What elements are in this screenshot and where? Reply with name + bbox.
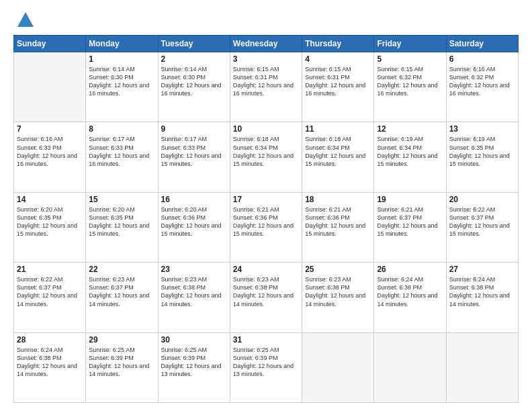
day-number: 18 <box>305 195 371 204</box>
calendar-cell <box>14 52 86 122</box>
day-number: 27 <box>449 265 515 274</box>
calendar-cell: 12Sunrise: 6:19 AMSunset: 6:34 PMDayligh… <box>374 122 446 192</box>
day-header-thursday: Thursday <box>302 36 374 52</box>
day-info: Sunrise: 6:14 AMSunset: 6:30 PMDaylight:… <box>161 65 227 98</box>
calendar-cell: 31Sunrise: 6:25 AMSunset: 6:39 PMDayligh… <box>230 332 302 402</box>
calendar-cell: 2Sunrise: 6:14 AMSunset: 6:30 PMDaylight… <box>158 52 230 122</box>
day-header-saturday: Saturday <box>446 36 518 52</box>
calendar-cell: 9Sunrise: 6:17 AMSunset: 6:33 PMDaylight… <box>158 122 230 192</box>
day-number: 19 <box>377 195 443 204</box>
day-info: Sunrise: 6:20 AMSunset: 6:35 PMDaylight:… <box>89 205 154 238</box>
calendar-cell: 16Sunrise: 6:20 AMSunset: 6:36 PMDayligh… <box>158 192 230 262</box>
day-number: 11 <box>305 124 371 134</box>
calendar-cell: 28Sunrise: 6:24 AMSunset: 6:38 PMDayligh… <box>14 332 86 402</box>
day-number: 24 <box>233 265 299 274</box>
day-info: Sunrise: 6:16 AMSunset: 6:33 PMDaylight:… <box>17 135 83 168</box>
day-number: 28 <box>17 335 83 345</box>
day-number: 7 <box>17 124 83 134</box>
day-number: 29 <box>89 335 154 345</box>
day-number: 21 <box>17 265 83 274</box>
calendar-cell: 25Sunrise: 6:23 AMSunset: 6:38 PMDayligh… <box>302 263 374 332</box>
day-number: 23 <box>161 265 227 274</box>
day-info: Sunrise: 6:20 AMSunset: 6:35 PMDaylight:… <box>17 205 83 238</box>
day-number: 9 <box>161 124 227 134</box>
calendar-cell: 15Sunrise: 6:20 AMSunset: 6:35 PMDayligh… <box>86 192 158 262</box>
day-info: Sunrise: 6:15 AMSunset: 6:31 PMDaylight:… <box>305 65 371 98</box>
calendar-cell <box>446 332 518 402</box>
day-info: Sunrise: 6:22 AMSunset: 6:37 PMDaylight:… <box>17 275 83 308</box>
calendar-cell: 17Sunrise: 6:21 AMSunset: 6:36 PMDayligh… <box>230 192 302 262</box>
calendar-header-row: SundayMondayTuesdayWednesdayThursdayFrid… <box>14 36 519 52</box>
day-number: 17 <box>233 195 299 204</box>
calendar-cell: 10Sunrise: 6:18 AMSunset: 6:34 PMDayligh… <box>230 122 302 192</box>
calendar-cell: 24Sunrise: 6:23 AMSunset: 6:38 PMDayligh… <box>230 263 302 332</box>
day-info: Sunrise: 6:15 AMSunset: 6:31 PMDaylight:… <box>233 65 299 98</box>
day-info: Sunrise: 6:19 AMSunset: 6:35 PMDaylight:… <box>449 135 515 168</box>
calendar-cell: 22Sunrise: 6:23 AMSunset: 6:37 PMDayligh… <box>86 263 158 332</box>
day-header-tuesday: Tuesday <box>158 36 230 52</box>
calendar-cell: 1Sunrise: 6:14 AMSunset: 6:30 PMDaylight… <box>86 52 158 122</box>
day-number: 13 <box>449 124 515 134</box>
day-info: Sunrise: 6:25 AMSunset: 6:39 PMDaylight:… <box>233 346 299 379</box>
header <box>13 11 519 30</box>
day-info: Sunrise: 6:18 AMSunset: 6:34 PMDaylight:… <box>305 135 371 168</box>
day-header-friday: Friday <box>374 36 446 52</box>
day-info: Sunrise: 6:18 AMSunset: 6:34 PMDaylight:… <box>233 135 299 168</box>
day-number: 16 <box>161 195 227 204</box>
calendar-cell: 4Sunrise: 6:15 AMSunset: 6:31 PMDaylight… <box>302 52 374 122</box>
calendar-cell: 23Sunrise: 6:23 AMSunset: 6:38 PMDayligh… <box>158 263 230 332</box>
day-info: Sunrise: 6:23 AMSunset: 6:38 PMDaylight:… <box>305 275 371 308</box>
day-info: Sunrise: 6:17 AMSunset: 6:33 PMDaylight:… <box>89 135 154 168</box>
day-number: 15 <box>89 195 154 204</box>
day-number: 5 <box>377 54 443 64</box>
day-info: Sunrise: 6:21 AMSunset: 6:37 PMDaylight:… <box>377 205 443 238</box>
day-number: 10 <box>233 124 299 134</box>
calendar-cell: 20Sunrise: 6:22 AMSunset: 6:37 PMDayligh… <box>446 192 518 262</box>
calendar-cell: 19Sunrise: 6:21 AMSunset: 6:37 PMDayligh… <box>374 192 446 262</box>
day-info: Sunrise: 6:23 AMSunset: 6:37 PMDaylight:… <box>89 275 154 308</box>
logo-icon <box>16 11 35 30</box>
calendar-cell: 13Sunrise: 6:19 AMSunset: 6:35 PMDayligh… <box>446 122 518 192</box>
day-number: 4 <box>305 54 371 64</box>
calendar-cell <box>302 332 374 402</box>
calendar-cell: 27Sunrise: 6:24 AMSunset: 6:38 PMDayligh… <box>446 263 518 332</box>
day-number: 26 <box>377 265 443 274</box>
day-number: 31 <box>233 335 299 345</box>
day-info: Sunrise: 6:24 AMSunset: 6:38 PMDaylight:… <box>449 275 515 308</box>
day-info: Sunrise: 6:25 AMSunset: 6:39 PMDaylight:… <box>89 346 154 379</box>
calendar-cell <box>374 332 446 402</box>
calendar-week-row: 28Sunrise: 6:24 AMSunset: 6:38 PMDayligh… <box>14 332 519 402</box>
calendar-week-row: 14Sunrise: 6:20 AMSunset: 6:35 PMDayligh… <box>14 192 519 262</box>
day-info: Sunrise: 6:25 AMSunset: 6:39 PMDaylight:… <box>161 346 227 379</box>
calendar-cell: 5Sunrise: 6:15 AMSunset: 6:32 PMDaylight… <box>374 52 446 122</box>
logo <box>13 11 35 30</box>
day-number: 2 <box>161 54 227 64</box>
calendar-cell: 14Sunrise: 6:20 AMSunset: 6:35 PMDayligh… <box>14 192 86 262</box>
day-number: 8 <box>89 124 154 134</box>
calendar-week-row: 7Sunrise: 6:16 AMSunset: 6:33 PMDaylight… <box>14 122 519 192</box>
day-info: Sunrise: 6:21 AMSunset: 6:36 PMDaylight:… <box>233 205 299 238</box>
day-number: 30 <box>161 335 227 345</box>
calendar-cell: 30Sunrise: 6:25 AMSunset: 6:39 PMDayligh… <box>158 332 230 402</box>
calendar-cell: 6Sunrise: 6:16 AMSunset: 6:32 PMDaylight… <box>446 52 518 122</box>
calendar-cell: 11Sunrise: 6:18 AMSunset: 6:34 PMDayligh… <box>302 122 374 192</box>
day-info: Sunrise: 6:15 AMSunset: 6:32 PMDaylight:… <box>377 65 443 98</box>
day-number: 3 <box>233 54 299 64</box>
day-info: Sunrise: 6:24 AMSunset: 6:38 PMDaylight:… <box>377 275 443 308</box>
day-number: 22 <box>89 265 154 274</box>
calendar-cell: 21Sunrise: 6:22 AMSunset: 6:37 PMDayligh… <box>14 263 86 332</box>
calendar-week-row: 21Sunrise: 6:22 AMSunset: 6:37 PMDayligh… <box>14 263 519 332</box>
day-header-wednesday: Wednesday <box>230 36 302 52</box>
day-info: Sunrise: 6:21 AMSunset: 6:36 PMDaylight:… <box>305 205 371 238</box>
day-info: Sunrise: 6:20 AMSunset: 6:36 PMDaylight:… <box>161 205 227 238</box>
day-info: Sunrise: 6:23 AMSunset: 6:38 PMDaylight:… <box>233 275 299 308</box>
day-number: 1 <box>89 54 154 64</box>
calendar-cell: 29Sunrise: 6:25 AMSunset: 6:39 PMDayligh… <box>86 332 158 402</box>
day-info: Sunrise: 6:24 AMSunset: 6:38 PMDaylight:… <box>17 346 83 379</box>
day-number: 25 <box>305 265 371 274</box>
day-header-monday: Monday <box>86 36 158 52</box>
calendar-cell: 18Sunrise: 6:21 AMSunset: 6:36 PMDayligh… <box>302 192 374 262</box>
day-info: Sunrise: 6:19 AMSunset: 6:34 PMDaylight:… <box>377 135 443 168</box>
calendar-cell: 3Sunrise: 6:15 AMSunset: 6:31 PMDaylight… <box>230 52 302 122</box>
svg-marker-1 <box>19 15 32 26</box>
